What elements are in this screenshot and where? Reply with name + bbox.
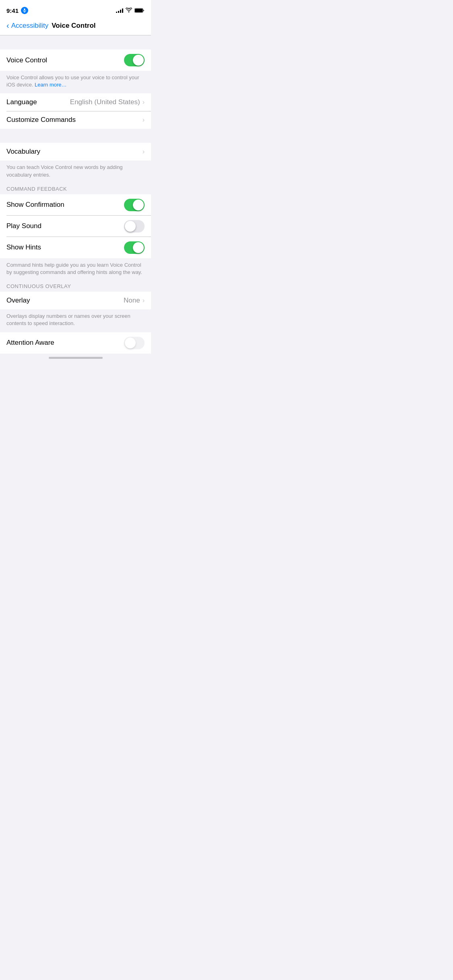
continuous-overlay-header: CONTINUOUS OVERLAY: [0, 281, 151, 292]
vocabulary-chevron-area: ›: [143, 148, 145, 155]
show-hints-footnote-text: Command hints help guide you as you lear…: [6, 262, 142, 275]
command-feedback-header: COMMAND FEEDBACK: [0, 183, 151, 194]
voice-control-label: Voice Control: [6, 56, 47, 64]
vocabulary-footnote-text: You can teach Voice Control new words by…: [6, 164, 123, 177]
home-indicator: [0, 354, 151, 360]
show-confirmation-toggle[interactable]: [124, 199, 145, 211]
status-time-area: 9:41: [6, 7, 28, 14]
toggle-knob-confirmation: [133, 200, 144, 210]
vocabulary-footnote: You can teach Voice Control new words by…: [0, 161, 151, 183]
vocabulary-label: Vocabulary: [6, 148, 40, 156]
attention-aware-section: Attention Aware: [0, 332, 151, 354]
voice-control-section: Voice Control: [0, 49, 151, 71]
back-button[interactable]: ‹ Accessibility: [6, 21, 48, 30]
attention-aware-label: Attention Aware: [6, 339, 54, 347]
attention-aware-row: Attention Aware: [0, 332, 151, 354]
show-hints-footnote: Command hints help guide you as you lear…: [0, 258, 151, 281]
language-row[interactable]: Language English (United States) ›: [0, 93, 151, 111]
voice-control-footnote: Voice Control allows you to use your voi…: [0, 71, 151, 93]
play-sound-row: Play Sound: [0, 216, 151, 237]
play-sound-toggle[interactable]: [124, 220, 145, 233]
toggle-knob: [133, 55, 144, 66]
signal-icon: [116, 8, 123, 13]
customize-commands-label: Customize Commands: [6, 116, 76, 124]
customize-chevron-area: ›: [143, 116, 145, 124]
status-icons: [116, 7, 145, 14]
show-hints-toggle[interactable]: [124, 241, 145, 254]
svg-rect-4: [135, 9, 143, 12]
language-chevron-icon: ›: [143, 99, 145, 106]
show-confirmation-label: Show Confirmation: [6, 201, 64, 209]
language-label: Language: [6, 98, 37, 106]
home-bar: [49, 357, 103, 359]
command-feedback-section: Show Confirmation Play Sound Show Hints: [0, 194, 151, 258]
overlay-footnote: Overlays display numbers or names over y…: [0, 309, 151, 332]
section-gap-2: [0, 129, 151, 143]
overlay-value: None: [124, 296, 140, 305]
svg-rect-0: [24, 8, 25, 10]
battery-icon: [134, 8, 145, 13]
attention-aware-toggle[interactable]: [124, 337, 145, 349]
voice-control-row: Voice Control: [0, 49, 151, 71]
learn-more-link[interactable]: Learn more…: [35, 82, 66, 88]
overlay-footnote-text: Overlays display numbers or names over y…: [6, 313, 130, 326]
vocabulary-chevron-icon: ›: [143, 148, 145, 155]
page-title: Voice Control: [52, 22, 95, 30]
overlay-label: Overlay: [6, 296, 30, 305]
section-gap-1: [0, 35, 151, 49]
show-hints-row: Show Hints: [0, 237, 151, 258]
vocabulary-section: Vocabulary ›: [0, 143, 151, 161]
mic-svg: [23, 8, 27, 12]
play-sound-label: Play Sound: [6, 222, 41, 230]
toggle-knob-sound: [125, 221, 136, 232]
toggle-knob-attention: [125, 338, 136, 348]
language-value-area: English (United States) ›: [70, 98, 145, 106]
mic-status-icon: [21, 7, 28, 14]
customize-commands-chevron-icon: ›: [143, 116, 145, 124]
footnote-text: Voice Control allows you to use your voi…: [6, 74, 139, 88]
overlay-row[interactable]: Overlay None ›: [0, 292, 151, 309]
language-commands-section: Language English (United States) › Custo…: [0, 93, 151, 129]
toggle-knob-hints: [133, 242, 144, 253]
back-chevron-icon: ‹: [6, 21, 9, 30]
show-hints-label: Show Hints: [6, 243, 41, 251]
wifi-icon: [126, 7, 132, 14]
language-value: English (United States): [70, 98, 140, 106]
customize-commands-row[interactable]: Customize Commands ›: [0, 111, 151, 129]
back-label: Accessibility: [11, 22, 49, 30]
overlay-value-area: None ›: [124, 296, 145, 305]
time-display: 9:41: [6, 7, 19, 14]
status-bar: 9:41: [0, 0, 151, 18]
overlay-section: Overlay None ›: [0, 292, 151, 309]
show-confirmation-row: Show Confirmation: [0, 194, 151, 216]
overlay-chevron-icon: ›: [143, 297, 145, 304]
voice-control-toggle[interactable]: [124, 54, 145, 66]
vocabulary-row[interactable]: Vocabulary ›: [0, 143, 151, 161]
navigation-header: ‹ Accessibility Voice Control: [0, 18, 151, 35]
